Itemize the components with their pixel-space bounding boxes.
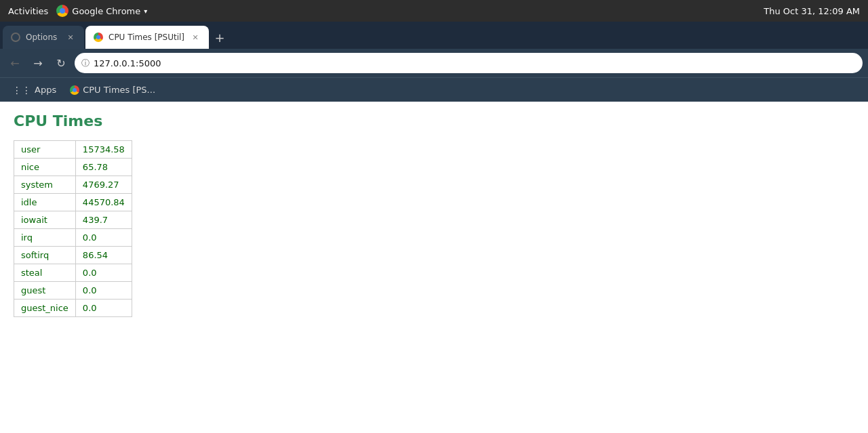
reload-button[interactable]: ↻ xyxy=(52,54,71,73)
tab-label-options: Options xyxy=(26,33,60,42)
table-row: system4769.27 xyxy=(14,176,132,194)
cpu-key-nice: nice xyxy=(14,159,76,176)
tab-bar: Options ✕ CPU Times [PSUtil] ✕ + xyxy=(0,22,868,49)
cpu-value-user: 15734.58 xyxy=(75,141,132,159)
apps-label: Apps xyxy=(35,85,56,95)
cpu-key-user: user xyxy=(14,141,76,159)
forward-button[interactable]: → xyxy=(28,54,47,73)
table-row: nice65.78 xyxy=(14,159,132,176)
tab-close-cpu-times[interactable]: ✕ xyxy=(190,32,201,43)
cpu-value-irq: 0.0 xyxy=(75,229,132,247)
cpu-key-system: system xyxy=(14,176,76,194)
table-row: guest0.0 xyxy=(14,282,132,300)
table-row: guest_nice0.0 xyxy=(14,300,132,317)
address-bar[interactable]: ⓘ 127.0.0.1:5000 xyxy=(75,53,863,73)
chrome-indicator[interactable]: Google Chrome ▾ xyxy=(56,5,147,17)
address-text: 127.0.0.1:5000 xyxy=(94,58,856,68)
back-button[interactable]: ← xyxy=(5,54,24,73)
cpu-value-nice: 65.78 xyxy=(75,159,132,176)
tab-close-options[interactable]: ✕ xyxy=(65,32,76,43)
security-icon: ⓘ xyxy=(81,58,90,69)
cpu-value-idle: 44570.84 xyxy=(75,194,132,211)
browser-window: Options ✕ CPU Times [PSUtil] ✕ + ← → ↻ ⓘ… xyxy=(0,22,868,433)
bookmark-favicon-cpu-times xyxy=(70,85,79,95)
cpu-times-table: user15734.58nice65.78system4769.27idle44… xyxy=(14,140,132,317)
bookmark-label-cpu-times: CPU Times [PS... xyxy=(83,85,155,95)
table-row: steal0.0 xyxy=(14,264,132,282)
cpu-key-guest: guest xyxy=(14,282,76,300)
cpu-value-softirq: 86.54 xyxy=(75,247,132,264)
cpu-key-idle: idle xyxy=(14,194,76,211)
page-title: CPU Times xyxy=(14,112,854,129)
cpu-key-steal: steal xyxy=(14,264,76,282)
cpu-value-steal: 0.0 xyxy=(75,264,132,282)
page-content: CPU Times user15734.58nice65.78system476… xyxy=(0,102,868,433)
new-tab-button[interactable]: + xyxy=(210,28,229,47)
chrome-icon xyxy=(56,5,68,17)
cpu-value-guest_nice: 0.0 xyxy=(75,300,132,317)
datetime-display: Thu Oct 31, 12:09 AM xyxy=(764,6,860,16)
cpu-key-iowait: iowait xyxy=(14,211,76,229)
system-bar: Activities Google Chrome ▾ Thu Oct 31, 1… xyxy=(0,0,868,22)
table-row: user15734.58 xyxy=(14,141,132,159)
table-row: iowait439.7 xyxy=(14,211,132,229)
tab-favicon-cpu-times xyxy=(94,33,103,42)
table-row: idle44570.84 xyxy=(14,194,132,211)
tab-options[interactable]: Options ✕ xyxy=(3,26,84,49)
system-bar-left: Activities Google Chrome ▾ xyxy=(8,5,147,17)
cpu-key-guest_nice: guest_nice xyxy=(14,300,76,317)
cpu-key-softirq: softirq xyxy=(14,247,76,264)
activities-button[interactable]: Activities xyxy=(8,6,48,16)
grid-icon: ⋮⋮ xyxy=(12,85,31,96)
dropdown-arrow-icon: ▾ xyxy=(144,7,147,15)
bookmark-cpu-times[interactable]: CPU Times [PS... xyxy=(64,82,161,98)
bookmarks-bar: ⋮⋮ Apps CPU Times [PS... xyxy=(0,77,868,102)
browser-name-label: Google Chrome xyxy=(72,6,140,16)
table-row: irq0.0 xyxy=(14,229,132,247)
tab-label-cpu-times: CPU Times [PSUtil] xyxy=(108,33,184,42)
cpu-value-system: 4769.27 xyxy=(75,176,132,194)
cpu-value-guest: 0.0 xyxy=(75,282,132,300)
nav-bar: ← → ↻ ⓘ 127.0.0.1:5000 xyxy=(0,49,868,77)
cpu-value-iowait: 439.7 xyxy=(75,211,132,229)
tab-cpu-times[interactable]: CPU Times [PSUtil] ✕ xyxy=(85,26,209,49)
table-row: softirq86.54 xyxy=(14,247,132,264)
tab-favicon-options xyxy=(11,33,20,42)
cpu-key-irq: irq xyxy=(14,229,76,247)
apps-button[interactable]: ⋮⋮ Apps xyxy=(7,82,62,98)
